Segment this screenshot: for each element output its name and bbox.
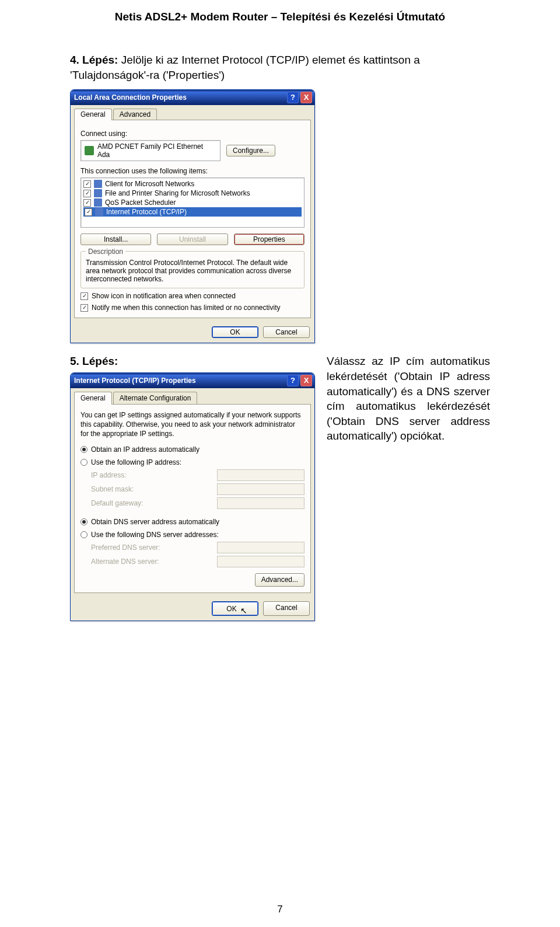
use-dns-radio-row[interactable]: Use the following DNS server addresses:: [80, 530, 304, 539]
tab-general[interactable]: General: [74, 109, 112, 120]
titlebar-text: Internet Protocol (TCP/IP) Properties: [74, 376, 196, 385]
description-legend: Description: [86, 248, 125, 256]
advanced-button[interactable]: Advanced...: [255, 573, 304, 586]
dialog-tcpip-properties: Internet Protocol (TCP/IP) Properties ? …: [70, 372, 315, 621]
description-group: Description Transmission Control Protoco…: [80, 251, 304, 288]
ok-button[interactable]: OK: [212, 326, 258, 338]
nic-icon: [85, 146, 94, 155]
checkbox-icon[interactable]: ✓: [83, 199, 91, 207]
document-header: Netis ADSL2+ Modem Router – Telepítési é…: [0, 0, 560, 29]
obtain-dns-radio-row[interactable]: Obtain DNS server address automatically: [80, 517, 304, 527]
titlebar-text: Local Area Connection Properties: [74, 93, 187, 102]
component-icon: [95, 208, 103, 216]
ip-address-field[interactable]: [217, 469, 304, 481]
panel: Connect using: AMD PCNET Family PCI Ethe…: [74, 120, 311, 318]
checkbox-icon[interactable]: ✓: [83, 180, 91, 188]
connect-using-label: Connect using:: [80, 130, 304, 138]
use-dns-label: Use the following DNS server addresses:: [91, 530, 219, 539]
component-icon: [94, 198, 102, 207]
show-icon-checkbox-row[interactable]: ✓ Show icon in notification area when co…: [80, 292, 304, 300]
list-item-selected[interactable]: ✓ Internet Protocol (TCP/IP): [83, 207, 302, 217]
tabs: General Alternate Configuration: [71, 388, 314, 404]
panel: You can get IP settings assigned automat…: [74, 404, 311, 593]
step5-paragraph: 5. Lépés: Internet Protocol (TCP/IP) Pro…: [70, 354, 490, 621]
checkbox-icon[interactable]: ✓: [80, 304, 88, 312]
uninstall-button[interactable]: Uninstall: [157, 234, 228, 245]
configure-button[interactable]: Configure...: [226, 145, 275, 156]
tab-alternate-configuration[interactable]: Alternate Configuration: [113, 392, 198, 404]
items-header: This connection uses the following items…: [80, 167, 304, 175]
step4-paragraph: 4. Lépés: Jelölje ki az Internet Protoco…: [70, 53, 490, 82]
dialog-footer: OK↖ Cancel: [71, 597, 314, 621]
preferred-dns-label: Preferred DNS server:: [91, 543, 160, 552]
checkbox-icon[interactable]: ✓: [85, 208, 92, 216]
checkbox-icon[interactable]: ✓: [80, 292, 88, 300]
step4-prefix: 4. Lépés:: [70, 54, 118, 66]
subnet-row: Subnet mask:: [91, 483, 304, 495]
alternate-dns-label: Alternate DNS server:: [91, 557, 159, 566]
radio-icon[interactable]: [80, 459, 88, 466]
help-icon[interactable]: ?: [287, 92, 299, 103]
document-title: Netis ADSL2+ Modem Router – Telepítési é…: [0, 11, 560, 23]
radio-icon[interactable]: [80, 518, 88, 525]
gateway-label: Default gateway:: [91, 499, 143, 508]
adapter-name: AMD PCNET Family PCI Ethernet Ada: [97, 142, 216, 159]
obtain-dns-label: Obtain DNS server address automatically: [91, 517, 219, 527]
use-ip-label: Use the following IP address:: [91, 458, 181, 467]
subnet-label: Subnet mask:: [91, 485, 134, 494]
titlebar[interactable]: Local Area Connection Properties ? X: [71, 90, 314, 105]
radio-icon[interactable]: [80, 531, 88, 538]
item-label: QoS Packet Scheduler: [105, 198, 176, 207]
item-label: Internet Protocol (TCP/IP): [106, 208, 187, 216]
close-icon[interactable]: X: [300, 375, 312, 386]
ip-address-row: IP address:: [91, 469, 304, 481]
list-item[interactable]: ✓ QoS Packet Scheduler: [83, 198, 302, 207]
cursor-icon: ↖: [240, 606, 247, 615]
page-number: 7: [0, 904, 560, 915]
step5-prefix: 5. Lépés:: [70, 355, 118, 367]
use-ip-radio-row[interactable]: Use the following IP address:: [80, 458, 304, 467]
tabs: General Advanced: [71, 105, 314, 120]
gateway-field[interactable]: [217, 497, 304, 509]
item-label: File and Printer Sharing for Microsoft N…: [105, 189, 250, 197]
cancel-button[interactable]: Cancel: [263, 326, 310, 338]
item-label: Client for Microsoft Networks: [105, 180, 194, 188]
checkbox-icon[interactable]: ✓: [83, 190, 91, 197]
radio-icon[interactable]: [80, 446, 88, 453]
install-button[interactable]: Install...: [80, 234, 151, 245]
close-icon[interactable]: X: [300, 92, 312, 103]
items-list[interactable]: ✓ Client for Microsoft Networks ✓ File a…: [80, 177, 304, 228]
alternate-dns-row: Alternate DNS server:: [91, 556, 304, 567]
component-icon: [94, 180, 102, 188]
gateway-row: Default gateway:: [91, 497, 304, 509]
help-icon[interactable]: ?: [287, 375, 299, 386]
dialog-lan-properties: Local Area Connection Properties ? X Gen…: [70, 89, 315, 343]
adapter-field[interactable]: AMD PCNET Family PCI Ethernet Ada: [80, 140, 220, 161]
list-item[interactable]: ✓ Client for Microsoft Networks: [83, 179, 302, 189]
description-text: Transmission Control Protocol/Internet P…: [86, 259, 299, 283]
step5-text: Válassz az IP cím automatikus lekérdetés…: [327, 354, 490, 444]
dialog-footer: OK Cancel: [71, 322, 314, 343]
alternate-dns-field[interactable]: [217, 556, 304, 567]
preferred-dns-row: Preferred DNS server:: [91, 542, 304, 553]
properties-button[interactable]: Properties: [234, 234, 304, 245]
cancel-button[interactable]: Cancel: [263, 601, 310, 616]
list-item[interactable]: ✓ File and Printer Sharing for Microsoft…: [83, 189, 302, 198]
ip-address-label: IP address:: [91, 471, 126, 480]
obtain-ip-label: Obtain an IP address automatically: [91, 445, 200, 454]
intro-text: You can get IP settings assigned automat…: [80, 410, 304, 439]
notify-checkbox-row[interactable]: ✓ Notify me when this connection has lim…: [80, 304, 304, 312]
component-icon: [94, 189, 102, 197]
show-icon-label: Show icon in notification area when conn…: [92, 292, 236, 300]
tab-general[interactable]: General: [74, 392, 112, 405]
ok-button[interactable]: OK↖: [212, 601, 258, 616]
preferred-dns-field[interactable]: [217, 542, 304, 553]
step4-text: Jelölje ki az Internet Protocol (TCP/IP)…: [70, 54, 420, 81]
titlebar[interactable]: Internet Protocol (TCP/IP) Properties ? …: [71, 373, 314, 388]
obtain-ip-radio-row[interactable]: Obtain an IP address automatically: [80, 445, 304, 454]
tab-advanced[interactable]: Advanced: [113, 109, 157, 120]
notify-label: Notify me when this connection has limit…: [92, 304, 281, 312]
subnet-field[interactable]: [217, 483, 304, 495]
